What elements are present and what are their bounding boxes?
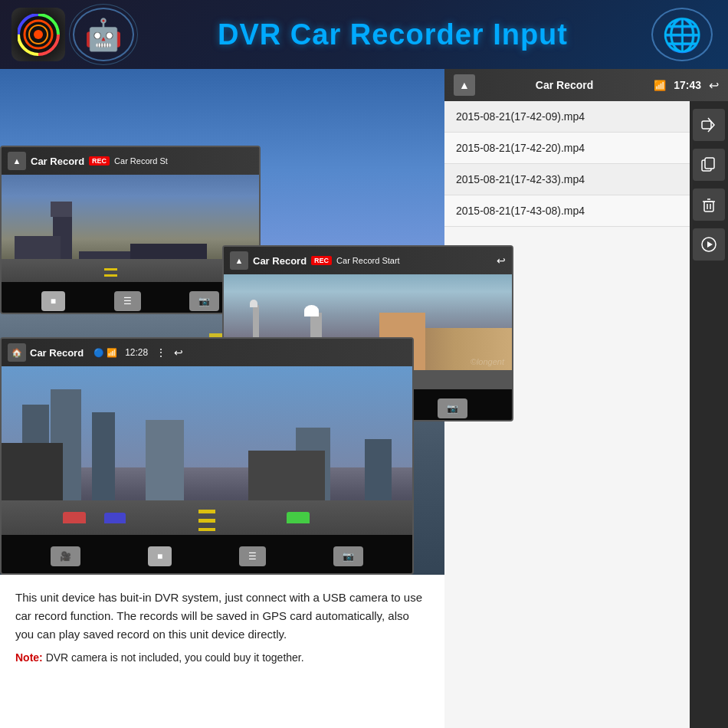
screenshot-large: 🏠 Car Record 🔵 📶 12:28 ⋮ ↩ — [0, 337, 414, 575]
share-button[interactable] — [693, 109, 725, 141]
right-nav-up[interactable]: ▲ — [454, 74, 475, 96]
rec-badge-1: REC — [89, 156, 110, 166]
screenshot-small-content — [2, 175, 259, 282]
toolbar-subtitle-1: Car Record St — [114, 156, 168, 166]
screenshot-large-bottombar: 🎥 ■ ☰ 📷 — [2, 535, 412, 575]
svg-point-3 — [34, 30, 43, 39]
app-logo — [11, 8, 65, 61]
toolbar-back-2[interactable]: ↩ — [497, 254, 506, 267]
record-btn[interactable]: 🎥 — [51, 546, 80, 566]
rec-badge-2: REC — [311, 256, 332, 265]
file-item-1[interactable]: 2015-08-21(17-42-09).mp4 — [444, 101, 690, 133]
right-topbar: ▲ Car Record 📶 17:43 ↩ — [444, 69, 728, 101]
file-item-3[interactable]: 2015-08-21(17-42-33).mp4 — [444, 164, 690, 195]
toolbar-subtitle-2: Car Record Start — [336, 256, 400, 265]
nav-home-btn[interactable]: 🏠 — [8, 343, 26, 362]
back-btn-large[interactable]: ↩ — [174, 346, 183, 359]
svg-rect-7 — [704, 202, 713, 212]
right-time: 17:43 — [674, 79, 701, 91]
play-button[interactable] — [693, 228, 725, 261]
description-section: This unit device has buit-in DVR system,… — [0, 575, 444, 728]
page-title: DVR Car Recorder Input — [138, 18, 648, 51]
right-panel-title: Car Record — [483, 79, 646, 91]
toolbar-title-large: Car Record — [30, 347, 84, 359]
nav-up-btn-2[interactable]: ▲ — [230, 251, 248, 270]
robot-icon: 🤖 — [84, 19, 123, 50]
camera-btn-1[interactable]: 📷 — [189, 291, 219, 311]
left-panel: ▲ Car Record REC Car Record St — [0, 69, 444, 728]
note-label: Note: — [15, 651, 43, 664]
screenshot-large-content — [2, 366, 412, 535]
watermark-1: ©longent — [471, 357, 504, 366]
header-section: 🤖 DVR Car Recorder Input 🌐 — [0, 0, 728, 69]
screenshot-small-bottombar: ■ ☰ 📷 — [2, 282, 259, 314]
globe-icon: 🌐 — [662, 16, 702, 54]
screenshot-medium-toolbar: ▲ Car Record REC Car Record Start ↩ — [224, 247, 512, 274]
status-time-1: 12:28 — [125, 347, 148, 358]
action-buttons-panel — [690, 101, 728, 728]
file-item-2[interactable]: 2015-08-21(17-42-20).mp4 — [444, 133, 690, 164]
camera-btn-2[interactable]: 📷 — [438, 398, 467, 418]
note-content: DVR camera is not included, you could bu… — [46, 651, 304, 664]
stop-btn-large[interactable]: ■ — [148, 546, 172, 566]
note-section: Note: DVR camera is not included, you co… — [15, 651, 429, 664]
stop-btn-1[interactable]: ■ — [41, 291, 65, 311]
toolbar-title-2: Car Record — [253, 255, 307, 267]
globe-decoration: 🌐 — [648, 4, 717, 65]
svg-rect-4 — [702, 121, 711, 129]
screenshot-small: ▲ Car Record REC Car Record St — [0, 146, 261, 314]
screenshots-area: ▲ Car Record REC Car Record St — [0, 69, 444, 575]
right-back-btn[interactable]: ↩ — [709, 78, 719, 93]
list-btn-1[interactable]: ☰ — [114, 291, 141, 311]
robot-decoration: 🤖 — [69, 4, 138, 65]
delete-button[interactable] — [693, 189, 725, 221]
toolbar-title-1: Car Record — [31, 156, 84, 167]
copy-button[interactable] — [693, 149, 725, 181]
camera-btn-large[interactable]: 📷 — [333, 546, 363, 566]
nav-up-btn[interactable]: ▲ — [8, 152, 26, 170]
file-item-4[interactable]: 2015-08-21(17-43-08).mp4 — [444, 195, 690, 227]
screenshot-large-toolbar: 🏠 Car Record 🔵 📶 12:28 ⋮ ↩ — [2, 339, 412, 366]
list-btn-large[interactable]: ☰ — [239, 546, 266, 566]
screenshot-small-toolbar: ▲ Car Record REC Car Record St — [2, 147, 259, 175]
main-content: ▲ Car Record REC Car Record St — [0, 69, 728, 728]
svg-marker-13 — [707, 241, 713, 248]
right-wifi-icon: 📶 — [654, 80, 666, 91]
description-text: This unit device has buit-in DVR system,… — [15, 589, 429, 644]
svg-rect-6 — [705, 158, 714, 169]
